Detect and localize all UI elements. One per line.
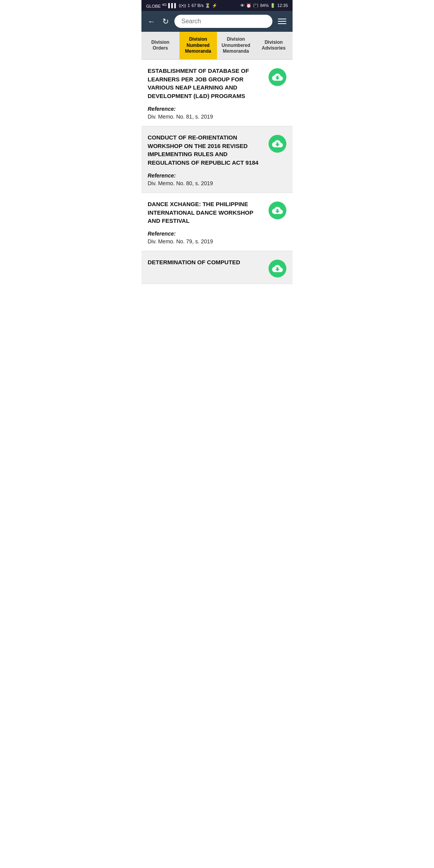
tab-label-line2: Unnumbered [222,43,250,48]
refresh-icon: ↻ [162,17,169,26]
status-bar: GLOBE 4G ▌▌▌ ((•)) 1 67 B/s ⏳ ⚡ 👁 ⏰ 📳 84… [141,0,293,11]
tab-label-line2: Advisories [262,45,286,51]
download-button[interactable] [269,260,286,277]
tab-bar: Division Orders Division Numbered Memora… [141,32,293,60]
wifi-icon: ((•)) [179,3,186,8]
battery-icon: 🔋 [270,3,276,8]
menu-button[interactable] [276,17,288,26]
usb-icon: ⚡ [212,3,217,8]
memo-text-block: DETERMINATION OF COMPUTED [148,258,264,272]
memo-title: DETERMINATION OF COMPUTED [148,258,264,267]
menu-line-1 [278,19,286,19]
download-button[interactable] [269,202,286,219]
memo-title: DANCE XCHANGE: THE PHILIPPINE INTERNATIO… [148,200,264,225]
eye-icon: 👁 [240,3,245,8]
timer-icon: ⏳ [205,3,210,8]
menu-line-2 [278,21,286,22]
memo-ref-value: Div. Memo. No. 81, s. 2019 [148,114,264,120]
cloud-download-icon [272,205,283,216]
download-button[interactable] [269,135,286,153]
tab-division-advisories[interactable]: Division Advisories [255,32,293,59]
search-input[interactable] [174,15,272,28]
battery-percent: 84% [260,3,269,8]
tab-label-line2: Numbered [187,43,210,48]
phone-vibrate-icon: 📳 [253,3,258,8]
back-icon: ← [148,17,155,26]
memo-ref-label: Reference: [148,231,264,237]
memo-text-block: ESTABLISHMENT OF DATABASE OF LEARNERS PE… [148,67,264,120]
top-nav: ← ↻ [141,11,293,32]
memo-item: ESTABLISHMENT OF DATABASE OF LEARNERS PE… [141,60,293,126]
tab-label-line3: Memoranda [223,48,249,54]
status-right: 👁 ⏰ 📳 84% 🔋 12:35 [240,3,288,8]
memo-ref-value: Div. Memo. No. 80, s. 2019 [148,180,264,186]
cloud-download-icon [272,263,283,274]
refresh-button[interactable]: ↻ [161,15,170,28]
data-counter: 1 [188,3,190,8]
tab-label-line3: Memoranda [185,48,211,54]
back-button[interactable]: ← [146,16,157,28]
tab-label-line1: Division [265,40,283,45]
memo-ref-label: Reference: [148,172,264,179]
clock: 12:35 [277,3,288,8]
memo-ref-value: Div. Memo. No. 79, s. 2019 [148,238,264,245]
tab-division-unnumbered-memoranda[interactable]: Division Unnumbered Memoranda [217,32,255,59]
memo-title: ESTABLISHMENT OF DATABASE OF LEARNERS PE… [148,67,264,100]
memo-ref-label: Reference: [148,106,264,112]
memo-item: DANCE XCHANGE: THE PHILIPPINE INTERNATIO… [141,193,293,251]
carrier-label: GLOBE 4G [146,3,167,9]
cloud-download-icon [272,138,283,149]
memo-list: ESTABLISHMENT OF DATABASE OF LEARNERS PE… [141,60,293,284]
cloud-download-icon [272,72,283,83]
status-left: GLOBE 4G ▌▌▌ ((•)) 1 67 B/s ⏳ ⚡ [146,3,217,9]
memo-text-block: CONDUCT OF RE-ORIENTATION WORKSHOP ON TH… [148,133,264,186]
alarm-icon: ⏰ [246,3,251,8]
memo-item: DETERMINATION OF COMPUTED [141,251,293,284]
signal-bars: ▌▌▌ [168,3,177,8]
menu-line-3 [278,23,286,24]
tab-label: Division Orders [151,40,169,51]
memo-item: CONDUCT OF RE-ORIENTATION WORKSHOP ON TH… [141,126,293,193]
tab-label-line1: Division [189,36,207,42]
tab-label-line1: Division [227,36,245,42]
tab-division-orders[interactable]: Division Orders [141,32,179,59]
tab-division-numbered-memoranda[interactable]: Division Numbered Memoranda [179,32,217,59]
memo-title: CONDUCT OF RE-ORIENTATION WORKSHOP ON TH… [148,133,264,167]
memo-text-block: DANCE XCHANGE: THE PHILIPPINE INTERNATIO… [148,200,264,245]
data-speed: 67 B/s [191,3,203,8]
download-button[interactable] [269,68,286,86]
